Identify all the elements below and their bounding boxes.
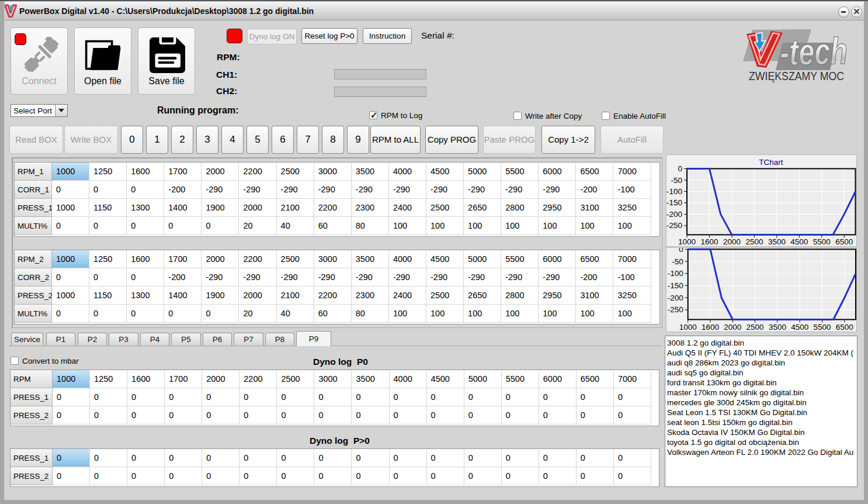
svg-text:2000: 2000 bbox=[723, 237, 741, 246]
svg-text:-250: -250 bbox=[666, 221, 682, 230]
svg-text:5500: 5500 bbox=[813, 237, 831, 246]
svg-text:1600: 1600 bbox=[702, 323, 719, 332]
svg-text:3500: 3500 bbox=[769, 323, 786, 332]
svg-text:-100: -100 bbox=[666, 187, 682, 196]
svg-text:-200: -200 bbox=[668, 294, 683, 302]
svg-text:2500: 2500 bbox=[745, 237, 763, 246]
svg-text:1600: 1600 bbox=[700, 237, 718, 246]
svg-text:-50: -50 bbox=[671, 176, 682, 185]
svg-text:-50: -50 bbox=[672, 257, 683, 266]
svg-text:6500: 6500 bbox=[835, 237, 853, 246]
svg-text:4500: 4500 bbox=[790, 237, 808, 246]
svg-text:-100: -100 bbox=[668, 269, 683, 278]
svg-text:-tech: -tech bbox=[779, 30, 848, 74]
svg-text:-250: -250 bbox=[668, 305, 683, 314]
svg-text:0: 0 bbox=[678, 164, 682, 173]
svg-text:0: 0 bbox=[679, 248, 683, 254]
svg-text:2000: 2000 bbox=[724, 323, 741, 332]
svg-text:5500: 5500 bbox=[813, 323, 831, 332]
svg-text:6500: 6500 bbox=[836, 323, 853, 332]
svg-text:3500: 3500 bbox=[768, 237, 786, 246]
svg-text:4500: 4500 bbox=[791, 323, 808, 332]
svg-text:-150: -150 bbox=[666, 198, 682, 207]
svg-text:1000: 1000 bbox=[678, 237, 696, 246]
svg-text:-150: -150 bbox=[668, 281, 683, 290]
svg-text:-200: -200 bbox=[666, 210, 682, 219]
svg-text:TChart: TChart bbox=[759, 158, 783, 167]
svg-text:1000: 1000 bbox=[679, 323, 697, 332]
svg-text:2500: 2500 bbox=[747, 323, 764, 332]
svg-text:ZWIĘKSZAMY MOC: ZWIĘKSZAMY MOC bbox=[749, 70, 844, 82]
